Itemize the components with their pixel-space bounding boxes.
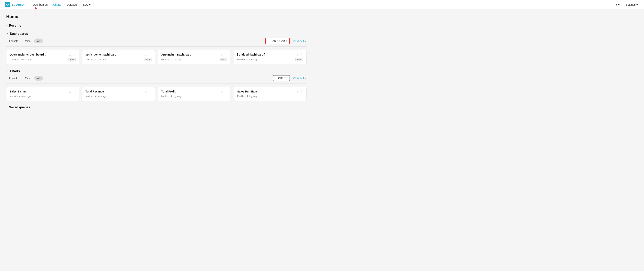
dashboards-tab-all[interactable]: All — [34, 38, 43, 44]
recents-title: Recents — [9, 24, 21, 27]
recents-chevron: › — [6, 24, 7, 27]
chart-card-2-header: Total Revenue ☆ ⋮ — [86, 90, 152, 94]
dashboard-card-1-header: Query Insights Dashboard... ☆ ⋮ — [10, 53, 76, 57]
nav-charts[interactable]: Charts — [51, 2, 64, 7]
dashboard-card-3-modified: Modified 5 days ago — [161, 58, 182, 61]
brand-logo[interactable]: Superset — [5, 2, 24, 8]
nav-links: Dashboards Charts Datasets SQL ▾ — [30, 2, 614, 7]
main-content: Home › Recents ∨ Dashboards Favorite Min… — [0, 10, 313, 118]
dashboard-card-1: Query Insights Dashboard... ☆ ⋮ Modified… — [6, 50, 79, 65]
chart-card-2-star[interactable]: ☆ — [145, 90, 147, 94]
nav-datasets[interactable]: Datasets — [64, 2, 80, 7]
brand-name: Superset — [12, 3, 24, 6]
dashboards-divider — [6, 46, 306, 46]
saved-queries-section-header[interactable]: › Saved queries — [6, 106, 306, 109]
chart-card-1-meta: Modified 4 days ago — [10, 95, 76, 98]
dashboard-card-1-modified: Modified 2 hours ago — [10, 58, 32, 61]
chart-card-3-icons: ☆ ⋮ — [220, 90, 227, 94]
dashboards-section-header[interactable]: ∨ Dashboards — [6, 32, 306, 36]
navbar: Superset Dashboards Charts Datasets SQL … — [0, 0, 644, 10]
dashboards-tab-favorite[interactable]: Favorite — [6, 38, 21, 44]
dashboard-card-1-star[interactable]: ☆ — [69, 54, 71, 56]
chart-card-4-more[interactable]: ⋮ — [300, 90, 303, 94]
charts-section-top: Favorite Mine All + CHART VIEW ALL » — [6, 75, 306, 81]
chart-card-1-header: Sales By Item ☆ ⋮ — [10, 90, 76, 94]
dashboard-card-2: spirit_demo_dashboard ☆ ⋮ Modified 4 day… — [82, 50, 155, 65]
dashboard-card-2-badge: draft — [144, 58, 152, 62]
charts-divider — [6, 83, 306, 84]
charts-section: ∨ Charts Favorite Mine All + CHART VIEW … — [6, 70, 306, 101]
dashboard-card-3-icons: ☆ ⋮ — [220, 53, 227, 57]
dashboards-cards-grid: Query Insights Dashboard... ☆ ⋮ Modified… — [6, 50, 306, 65]
dashboard-card-2-star[interactable]: ☆ — [145, 54, 147, 56]
dashboard-card-4-badge: draft — [296, 58, 303, 62]
charts-chevron: ∨ — [6, 70, 8, 72]
nav-sql[interactable]: SQL ▾ — [80, 2, 93, 7]
charts-actions: + CHART VIEW ALL » — [273, 75, 306, 81]
recents-section-header[interactable]: › Recents — [6, 24, 306, 27]
dashboard-card-3-title: App Insight Dashboard — [161, 53, 220, 56]
chart-card-4-star[interactable]: ☆ — [296, 90, 299, 94]
dashboard-card-2-modified: Modified 4 days ago — [86, 58, 106, 61]
dashboard-card-3-more[interactable]: ⋮ — [224, 53, 227, 57]
dashboard-card-2-meta: Modified 4 days ago draft — [86, 58, 152, 62]
chart-card-3-star[interactable]: ☆ — [220, 90, 223, 94]
chart-card-3-more[interactable]: ⋮ — [224, 90, 227, 94]
dashboard-card-2-icons: ☆ ⋮ — [145, 53, 152, 57]
charts-view-all[interactable]: VIEW ALL » — [293, 77, 306, 80]
dashboards-view-all[interactable]: VIEW ALL » — [293, 40, 306, 42]
dashboard-card-4-icons: ☆ ⋮ — [296, 53, 303, 57]
dashboard-card-3-star[interactable]: ☆ — [220, 54, 223, 56]
chart-card-4-meta: Modified 4 days ago — [237, 95, 303, 98]
chart-card-1: Sales By Item ☆ ⋮ Modified 4 days ago — [6, 86, 79, 101]
add-chart-button[interactable]: + CHART — [273, 75, 290, 81]
chart-card-1-more[interactable]: ⋮ — [72, 90, 76, 94]
dashboard-card-1-icons: ☆ ⋮ — [69, 53, 76, 57]
chart-card-2-modified: Modified 4 days ago — [86, 95, 106, 98]
dashboard-card-4-meta: Modified 9 days ago draft — [237, 58, 303, 62]
charts-tab-mine[interactable]: Mine — [22, 76, 34, 80]
dashboard-card-4: [ untitled dashboard ] ☆ ⋮ Modified 9 da… — [234, 50, 306, 65]
chart-card-1-star[interactable]: ☆ — [69, 90, 71, 94]
dashboards-title: Dashboards — [10, 32, 28, 36]
dashboards-tab-mine[interactable]: Mine — [22, 38, 34, 44]
chart-card-4: Sales Per State ☆ ⋮ Modified 4 days ago — [234, 86, 306, 101]
dashboard-card-1-more[interactable]: ⋮ — [72, 53, 76, 57]
dashboard-card-3-meta: Modified 5 days ago draft — [161, 58, 227, 62]
dashboard-card-2-title: spirit_demo_dashboard — [86, 53, 145, 56]
dashboard-card-4-title: [ untitled dashboard ] — [237, 53, 296, 56]
chart-card-2-more[interactable]: ⋮ — [148, 90, 152, 94]
dashboard-card-4-more[interactable]: ⋮ — [300, 53, 303, 57]
dashboard-card-2-more[interactable]: ⋮ — [148, 53, 152, 57]
charts-tab-all[interactable]: All — [34, 76, 43, 80]
add-dashboard-button[interactable]: + DASHBOARD — [265, 38, 290, 44]
chart-card-2-icons: ☆ ⋮ — [145, 90, 152, 94]
nav-settings-button[interactable]: Settings ▾ — [624, 2, 639, 7]
svg-point-1 — [7, 4, 8, 5]
saved-queries-chevron: › — [6, 106, 7, 109]
chart-card-2-title: Total Revenue — [86, 90, 145, 93]
nav-dashboards[interactable]: Dashboards — [30, 2, 50, 7]
charts-title: Charts — [10, 70, 20, 73]
chart-card-3-meta: Modified 4 days ago — [161, 95, 227, 98]
charts-cards-grid: Sales By Item ☆ ⋮ Modified 4 days ago To… — [6, 86, 306, 101]
chart-card-3-title: Total Profit — [161, 90, 220, 93]
dashboard-card-4-star[interactable]: ☆ — [296, 54, 299, 56]
dashboard-card-1-title: Query Insights Dashboard... — [10, 53, 69, 56]
nav-plus-button[interactable]: + ▾ — [614, 2, 621, 7]
chart-card-4-title: Sales Per State — [237, 90, 296, 93]
chart-card-1-title: Sales By Item — [10, 90, 69, 93]
chart-card-3-header: Total Profit ☆ ⋮ — [161, 90, 227, 94]
chart-card-4-header: Sales Per State ☆ ⋮ — [237, 90, 303, 94]
chart-card-2: Total Revenue ☆ ⋮ Modified 4 days ago — [82, 86, 155, 101]
dashboard-card-4-header: [ untitled dashboard ] ☆ ⋮ — [237, 53, 303, 57]
saved-queries-section: › Saved queries — [6, 106, 306, 109]
dashboard-card-3-badge: draft — [220, 58, 227, 62]
dashboards-actions: + DASHBOARD VIEW ALL » — [265, 38, 306, 44]
dashboard-card-2-header: spirit_demo_dashboard ☆ ⋮ — [86, 53, 152, 57]
charts-tab-favorite[interactable]: Favorite — [6, 76, 21, 80]
recents-section: › Recents — [6, 24, 306, 27]
dashboards-section: ∨ Dashboards Favorite Mine All + DASHBOA… — [6, 32, 306, 65]
charts-section-header[interactable]: ∨ Charts — [6, 70, 306, 73]
dashboard-card-4-modified: Modified 9 days ago — [237, 58, 258, 61]
